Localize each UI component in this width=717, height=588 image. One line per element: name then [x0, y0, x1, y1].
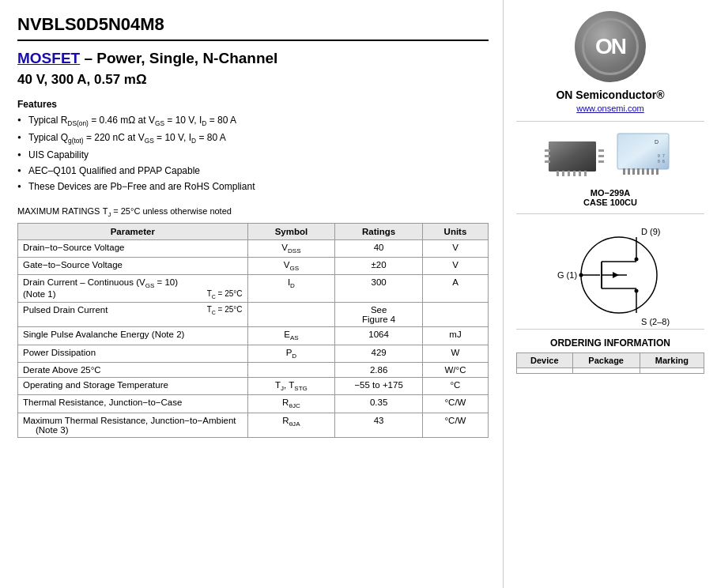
symbol-tj-tstg: TJ, TSTG: [247, 378, 335, 395]
symbol-pulsed: [247, 303, 335, 327]
symbol-rthja: RθJA: [247, 413, 335, 437]
table-row: Drain Current – Continuous (VGS = 10)(No…: [18, 275, 489, 303]
package-name-line1: MO−299A: [591, 188, 630, 198]
units-mj: mJ: [422, 327, 488, 345]
symbol-id: ID: [247, 275, 335, 303]
schematic-svg: D (9) G (1) S (2–8): [516, 224, 690, 326]
ratings-title: MAXIMUM RATINGS: [17, 206, 100, 216]
on-logo: ON: [575, 11, 646, 82]
col-header-ratings: Ratings: [335, 223, 423, 239]
feature-item-2: Typical Qg(tot) = 220 nC at VGS = 10 V, …: [17, 131, 489, 146]
svg-rect-8: [557, 171, 559, 176]
ordering-package: [572, 368, 640, 374]
ratings-header: MAXIMUM RATINGS TJ = 25°C unless otherwi…: [17, 205, 489, 218]
param-avalanche: Single Pulse Avalanche Energy (Note 2): [18, 327, 248, 345]
param-temp: Operating and Storage Temperature: [18, 378, 248, 395]
table-row: Gate−to−Source Voltage VGS ±20 V: [18, 257, 489, 274]
svg-point-34: [579, 273, 583, 277]
param-pulsed: Pulsed Drain Current TC = 25°C: [18, 303, 248, 327]
rating-286: 2.86: [335, 363, 423, 378]
svg-rect-16: [623, 168, 625, 175]
svg-rect-23: [656, 168, 659, 175]
table-row: Pulsed Drain Current TC = 25°C SeeFigure…: [18, 303, 489, 327]
units-v1: V: [422, 239, 488, 257]
feature-item-4: AEC–Q101 Qualified and PPAP Capable: [17, 164, 489, 178]
svg-rect-9: [562, 171, 564, 176]
gate-label: G (1): [557, 270, 577, 280]
ordering-table-row: [517, 368, 704, 374]
rating-temp: −55 to +175: [335, 378, 423, 395]
svg-rect-5: [598, 149, 604, 152]
rating-300: 300: [335, 275, 423, 303]
table-row: Single Pulse Avalanche Energy (Note 2) E…: [18, 327, 489, 345]
units-celsius: °C: [422, 378, 488, 395]
rating-035: 0.35: [335, 395, 423, 413]
table-row: Operating and Storage Temperature TJ, TS…: [18, 378, 489, 395]
rating-seefig: SeeFigure 4: [335, 303, 423, 327]
max-ratings-table: Parameter Symbol Ratings Units Drain−to−…: [17, 223, 489, 438]
brand-url[interactable]: www.onsemi.com: [576, 104, 644, 113]
svg-point-32: [635, 289, 639, 293]
symbol-derate: [247, 363, 335, 378]
param-gate-source: Gate−to−Source Voltage: [18, 257, 248, 274]
feature-item-5: These Devices are Pb−Free and are RoHS C…: [17, 180, 489, 194]
part-number-divider: [17, 40, 489, 41]
units-w: W: [422, 345, 488, 362]
package-image-1: [545, 134, 604, 183]
param-drain-current: Drain Current – Continuous (VGS = 10)(No…: [18, 275, 248, 303]
symbol-vgs: VGS: [247, 257, 335, 274]
rating-429: 429: [335, 345, 423, 362]
tc-note-25c-2: TC = 25°C: [207, 305, 243, 315]
svg-rect-13: [584, 171, 587, 176]
svg-rect-2: [545, 149, 550, 152]
svg-rect-7: [598, 160, 604, 163]
drain-label: D (9): [641, 227, 660, 236]
svg-text:7: 7: [662, 153, 665, 158]
ordering-col-marking: Marking: [640, 353, 704, 368]
param-drain-source: Drain−to−Source Voltage: [18, 239, 248, 257]
feature-item-3: UIS Capability: [17, 149, 489, 162]
left-column: NVBLS0D5N04M8 MOSFET – Power, Single, N-…: [0, 0, 504, 588]
right-divider-2: [516, 329, 704, 330]
schematic-area: D (9) G (1) S (2–8): [516, 224, 704, 329]
rating-pm20: ±20: [335, 257, 423, 274]
ordering-col-device: Device: [517, 353, 573, 368]
svg-rect-3: [545, 155, 550, 157]
svg-rect-18: [632, 168, 635, 175]
package-svg-1: [545, 134, 604, 181]
right-column: ON ON Semiconductor® www.onsemi.com: [504, 0, 717, 588]
ordering-header: ORDERING INFORMATION: [550, 337, 670, 349]
package-images: D 9 8 7 6: [545, 130, 677, 183]
svg-rect-6: [598, 155, 604, 157]
title-rest: – Power, Single, N-Channel: [80, 50, 277, 66]
symbol-pd: PD: [247, 345, 335, 362]
svg-rect-14: [617, 134, 669, 169]
tc-note-25c: TC = 25°C: [207, 289, 243, 300]
brand-name: ON Semiconductor®: [556, 89, 664, 101]
page: NVBLS0D5N04M8 MOSFET – Power, Single, N-…: [0, 0, 717, 588]
svg-text:D: D: [655, 139, 659, 145]
mosfet-link[interactable]: MOSFET: [17, 50, 80, 66]
package-name-line2: CASE 100CU: [583, 198, 637, 207]
schematic-divider: [516, 213, 704, 214]
units-v2: V: [422, 257, 488, 274]
param-derate: Derate Above 25°C: [18, 363, 248, 378]
part-number: NVBLS0D5N04M8: [17, 14, 489, 35]
svg-rect-1: [549, 141, 596, 172]
package-label: MO−299A CASE 100CU: [583, 188, 637, 207]
ordering-marking: [640, 368, 704, 374]
svg-rect-22: [651, 168, 654, 175]
col-header-param: Parameter: [18, 223, 248, 239]
package-svg-2: D 9 8 7 6: [613, 130, 677, 181]
table-row: Derate Above 25°C 2.86 W/°C: [18, 363, 489, 378]
feature-item-1: Typical RDS(on) = 0.46 mΩ at VGS = 10 V,…: [17, 114, 489, 129]
param-rtheta-ja: Maximum Thermal Resistance, Junction−to−…: [18, 413, 248, 437]
rating-1064: 1064: [335, 327, 423, 345]
svg-rect-20: [642, 168, 644, 175]
on-logo-inner: ON: [582, 18, 639, 75]
svg-rect-10: [568, 171, 570, 176]
ordering-col-package: Package: [572, 353, 640, 368]
svg-point-30: [635, 258, 639, 262]
table-row: Maximum Thermal Resistance, Junction−to−…: [18, 413, 489, 437]
table-row: Thermal Resistance, Junction−to−Case RθJ…: [18, 395, 489, 413]
